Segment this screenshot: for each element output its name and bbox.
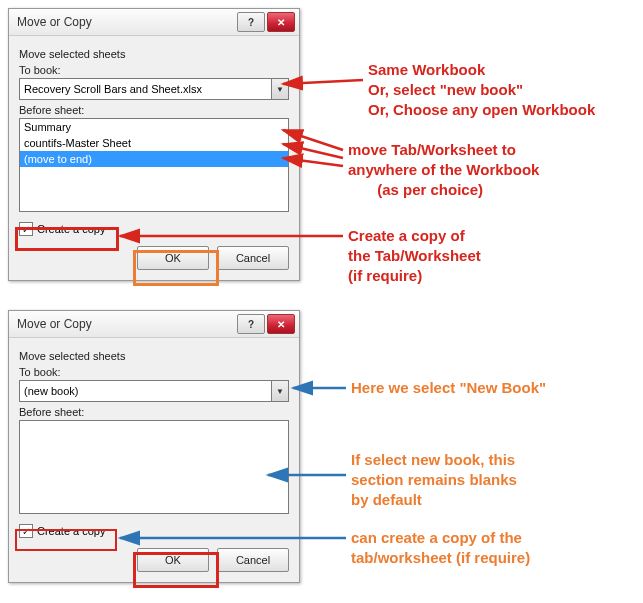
cancel-button[interactable]: Cancel	[217, 246, 289, 270]
ok-button[interactable]: OK	[137, 246, 209, 270]
to-book-combo[interactable]: Recovery Scroll Bars and Sheet.xlsx ▼	[19, 78, 289, 100]
to-book-label: To book:	[19, 366, 289, 378]
create-copy-label: Create a copy	[37, 223, 105, 235]
titlebar: Move or Copy ? ✕	[9, 311, 299, 338]
cancel-button[interactable]: Cancel	[217, 548, 289, 572]
create-copy-checkbox[interactable]: ✓	[19, 222, 33, 236]
annotation-create-copy: Create a copy of the Tab/Worksheet (if r…	[348, 226, 481, 286]
ok-button[interactable]: OK	[137, 548, 209, 572]
move-or-copy-dialog-newbook: Move or Copy ? ✕ Move selected sheets To…	[8, 310, 300, 583]
annotation-blank-section: If select new book, this section remains…	[351, 450, 517, 510]
close-button[interactable]: ✕	[267, 12, 295, 32]
to-book-value: Recovery Scroll Bars and Sheet.xlsx	[20, 83, 271, 95]
to-book-label: To book:	[19, 64, 289, 76]
combo-dropdown-button[interactable]: ▼	[271, 381, 288, 401]
help-button[interactable]: ?	[237, 12, 265, 32]
instruction-label: Move selected sheets	[19, 350, 289, 362]
before-sheet-label: Before sheet:	[19, 406, 289, 418]
annotation-same-workbook: Same Workbook Or, select "new book" Or, …	[368, 60, 595, 120]
list-item[interactable]: (move to end)	[20, 151, 288, 167]
annotation-new-book: Here we select "New Book"	[351, 378, 546, 398]
before-sheet-list[interactable]: Summary countifs-Master Sheet (move to e…	[19, 118, 289, 212]
titlebar: Move or Copy ? ✕	[9, 9, 299, 36]
before-sheet-list-empty[interactable]	[19, 420, 289, 514]
close-button[interactable]: ✕	[267, 314, 295, 334]
move-or-copy-dialog: Move or Copy ? ✕ Move selected sheets To…	[8, 8, 300, 281]
to-book-combo[interactable]: (new book) ▼	[19, 380, 289, 402]
before-sheet-label: Before sheet:	[19, 104, 289, 116]
list-item[interactable]: countifs-Master Sheet	[20, 135, 288, 151]
to-book-value: (new book)	[20, 385, 271, 397]
instruction-label: Move selected sheets	[19, 48, 289, 60]
create-copy-checkbox[interactable]: ✓	[19, 524, 33, 538]
create-copy-label: Create a copy	[37, 525, 105, 537]
combo-dropdown-button[interactable]: ▼	[271, 79, 288, 99]
dialog-title: Move or Copy	[17, 15, 92, 29]
help-button[interactable]: ?	[237, 314, 265, 334]
annotation-can-copy: can create a copy of the tab/worksheet (…	[351, 528, 530, 568]
dialog-title: Move or Copy	[17, 317, 92, 331]
list-item[interactable]: Summary	[20, 119, 288, 135]
annotation-move-tab: move Tab/Worksheet to anywhere of the Wo…	[348, 140, 539, 200]
